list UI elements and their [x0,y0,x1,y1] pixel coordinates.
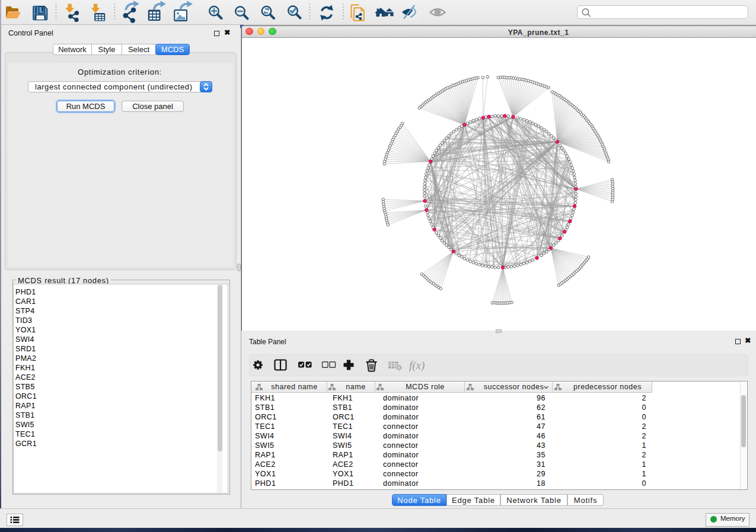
svg-text:f(x): f(x) [409,359,425,372]
